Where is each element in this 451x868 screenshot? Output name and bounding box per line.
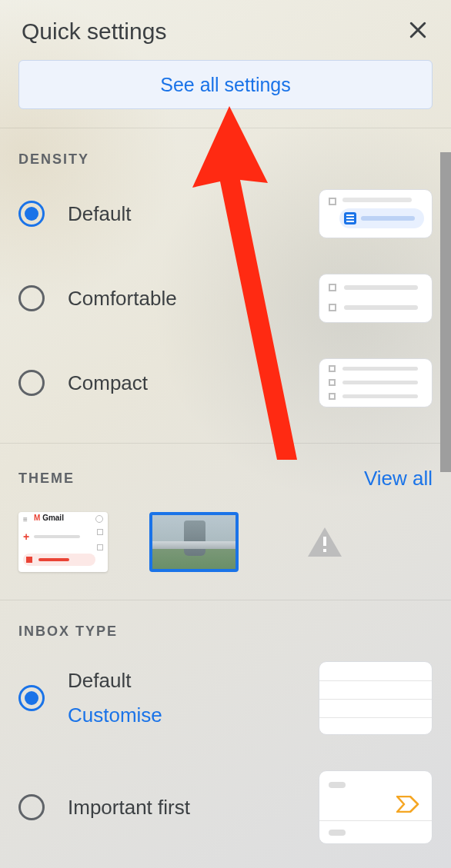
important-tag-icon xyxy=(396,796,419,813)
inbox-important-label: Important first xyxy=(68,796,296,820)
scrollbar[interactable] xyxy=(440,152,451,472)
inbox-preview-default xyxy=(319,661,433,735)
quick-settings-panel: Quick settings See all settings DENSITY … xyxy=(0,0,451,868)
radio-comfortable[interactable] xyxy=(18,285,45,311)
density-option-comfortable[interactable]: Comfortable xyxy=(18,274,433,323)
density-compact-label: Compact xyxy=(68,371,296,395)
radio-inbox-important[interactable] xyxy=(18,794,45,820)
svg-rect-1 xyxy=(323,549,326,552)
warning-icon xyxy=(306,526,343,558)
inbox-type-label: INBOX TYPE xyxy=(18,624,118,640)
header: Quick settings xyxy=(0,0,451,60)
theme-thumb-high-contrast[interactable] xyxy=(280,512,369,572)
density-option-default[interactable]: Default xyxy=(18,189,433,238)
close-button[interactable] xyxy=(406,18,429,45)
density-comfortable-label: Comfortable xyxy=(68,287,296,311)
close-icon xyxy=(406,18,429,42)
inbox-option-important-first[interactable]: Important first xyxy=(18,770,433,844)
inbox-default-text: Default Customise xyxy=(68,669,296,727)
theme-thumb-light[interactable]: ≡ M Gmail + xyxy=(18,512,108,572)
theme-section: THEME View all ≡ M Gmail + xyxy=(0,443,451,600)
density-preview-default xyxy=(319,189,433,238)
density-default-label: Default xyxy=(68,202,296,226)
theme-thumb-selected[interactable] xyxy=(149,512,239,572)
radio-inbox-default[interactable] xyxy=(18,685,45,711)
density-preview-comfortable xyxy=(319,274,433,323)
density-preview-compact xyxy=(319,358,433,407)
see-all-settings-button[interactable]: See all settings xyxy=(18,60,433,109)
inbox-type-section: INBOX TYPE Default Customise Important f… xyxy=(0,600,451,868)
inbox-option-default[interactable]: Default Customise xyxy=(18,661,433,735)
density-label: DENSITY xyxy=(18,151,89,168)
see-all-wrap: See all settings xyxy=(0,60,451,128)
theme-view-all-link[interactable]: View all xyxy=(364,467,433,491)
theme-thumbnails: ≡ M Gmail + xyxy=(18,512,433,572)
radio-compact[interactable] xyxy=(18,370,45,396)
density-option-compact[interactable]: Compact xyxy=(18,358,433,407)
panel-title: Quick settings xyxy=(22,18,166,45)
inbox-default-label: Default xyxy=(68,669,131,692)
inbox-preview-important xyxy=(319,770,433,844)
theme-label: THEME xyxy=(18,471,75,487)
inbox-default-customise-link[interactable]: Customise xyxy=(68,703,296,727)
density-section: DENSITY Default Comfortable Compact xyxy=(0,128,451,443)
svg-rect-0 xyxy=(323,537,326,546)
radio-default[interactable] xyxy=(18,201,45,227)
